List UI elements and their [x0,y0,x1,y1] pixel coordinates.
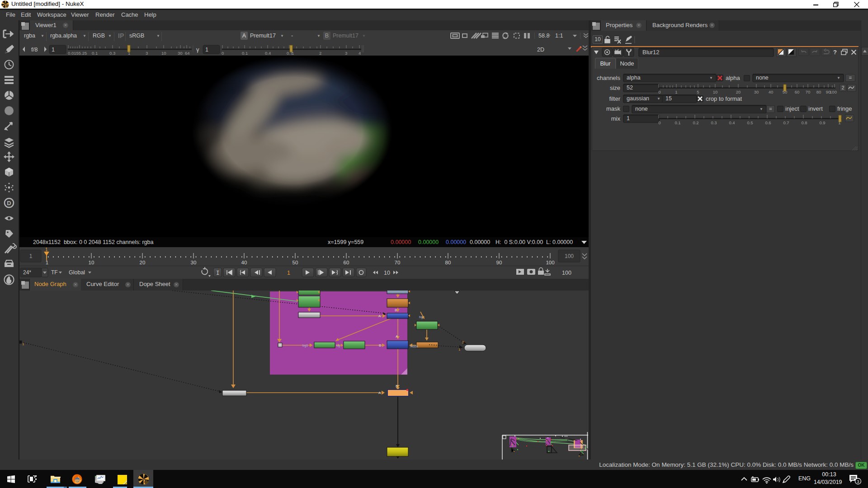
svg-text:0.6: 0.6 [765,120,771,125]
svg-text:I: I [216,270,220,277]
svg-text:0.5: 0.5 [747,120,753,125]
svg-text:bg: bg [336,343,340,347]
svg-text:100: 100 [830,89,837,94]
svg-text:1: 1 [45,247,48,252]
svg-text:1: 1 [29,253,33,259]
svg-text:2: 2 [462,340,464,344]
svg-text:100: 100 [565,253,574,259]
svg-text:100: 100 [562,270,571,276]
svg-text:1: 1 [292,51,294,56]
svg-text:0: 0 [658,120,660,125]
svg-text:0.4: 0.4 [729,120,735,125]
svg-text:0.1: 0.1 [242,51,248,56]
svg-text:30: 30 [754,89,759,94]
svg-text:3: 3 [857,479,859,484]
svg-text:A: A [396,334,398,338]
svg-text:64: 64 [185,51,190,56]
svg-text:90: 90 [496,260,502,265]
svg-text:40: 40 [241,260,247,265]
svg-text:10: 10 [384,270,390,276]
svg-text:B: B [396,384,398,388]
svg-text:1: 1 [287,270,290,276]
svg-text:100: 100 [546,260,554,265]
svg-text:B: B [395,308,397,312]
svg-text:0.4: 0.4 [265,51,271,56]
svg-text:1: 1 [458,347,461,352]
svg-text:bg: bg [419,315,423,319]
svg-text:60: 60 [795,89,800,94]
svg-text:20: 20 [736,89,741,94]
svg-text:1: 1 [675,89,677,94]
svg-text:B: B [379,343,381,347]
svg-text:0: 0 [658,89,660,94]
svg-text:2: 2 [319,51,321,56]
svg-text:10: 10 [161,51,166,56]
svg-text:50: 50 [292,260,298,265]
svg-text:3: 3 [345,51,347,56]
svg-text:1: 1 [22,342,24,346]
svg-text:1: 1 [205,47,208,53]
svg-text:0.2: 0.2 [693,120,698,125]
svg-text:0.7: 0.7 [783,120,789,125]
svg-text:60: 60 [344,260,349,265]
svg-text:24*: 24* [23,269,31,276]
svg-text:1:1: 1:1 [555,33,563,39]
svg-text:3: 3 [146,51,148,56]
svg-text:A: A [378,391,381,395]
svg-text:30: 30 [178,51,183,56]
svg-text:58.8': 58.8' [538,33,550,39]
svg-text:1: 1 [46,260,48,265]
svg-text:1: 1 [52,47,55,53]
svg-text:0.1: 0.1 [92,51,98,56]
svg-text:0: 0 [222,51,224,56]
svg-text:γ: γ [196,46,199,53]
svg-text:40: 40 [769,89,774,94]
svg-text:20: 20 [140,260,146,265]
svg-text:0.3: 0.3 [109,51,115,56]
svg-text:TF: TF [51,269,58,276]
svg-text:Global: Global [69,269,85,276]
svg-text:70: 70 [395,260,401,265]
svg-text:1: 1 [128,51,130,56]
svg-text:2D: 2D [537,47,544,53]
svg-text:50: 50 [783,89,788,94]
svg-text:4: 4 [359,51,361,56]
svg-text:D: D [7,200,11,206]
svg-text:0.9: 0.9 [819,120,825,125]
svg-text:80: 80 [816,89,821,94]
svg-text:80: 80 [445,260,451,265]
svg-text:5: 5 [697,89,699,94]
svg-text:A: A [378,314,381,318]
svg-text:10: 10 [89,260,94,265]
svg-text:0.1: 0.1 [675,120,680,125]
svg-text:10: 10 [713,89,718,94]
svg-text:0.3: 0.3 [711,120,717,125]
svg-text:0.0155.25: 0.0155.25 [68,51,87,56]
svg-text:f/8: f/8 [31,46,38,53]
svg-text:mask: mask [410,344,418,348]
svg-text:70: 70 [806,89,811,94]
svg-text:bg1: bg1 [302,343,308,347]
svg-text:1: 1 [838,120,840,125]
svg-text:0.8: 0.8 [801,120,807,125]
svg-text:30: 30 [191,260,197,265]
